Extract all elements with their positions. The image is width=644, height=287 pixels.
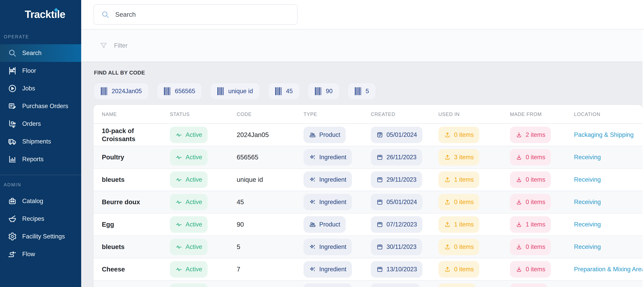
location-link[interactable]: Receiving <box>574 221 642 228</box>
upload-tray-icon <box>444 198 451 206</box>
barcode-icon <box>355 87 362 95</box>
sidebar-item-catalog[interactable]: Catalog <box>0 192 81 210</box>
made-from-badge: 1 items <box>510 216 551 233</box>
table-row[interactable]: petit beurre vanille Active Ingredient <box>94 281 642 287</box>
status-badge: Active <box>170 149 208 166</box>
sidebar-item-orders[interactable]: Orders <box>0 115 81 133</box>
sidebar-item-shipments[interactable]: Shipments <box>0 133 81 150</box>
shelf-rack-icon <box>8 66 17 75</box>
made-from-badge: 0 items <box>510 239 551 255</box>
table-row[interactable]: bleuets Active 5 Ingredient 30/11/2023 0… <box>94 236 642 258</box>
sidebar-item-facility-settings[interactable]: Facility Settings <box>0 228 81 245</box>
calendar-check-icon <box>376 131 383 138</box>
calendar-icon <box>376 176 383 183</box>
sidebar-divider <box>0 175 81 175</box>
upload-tray-icon <box>444 243 451 250</box>
item-name: Cheese <box>102 263 170 275</box>
pulse-icon <box>175 266 182 273</box>
table-row[interactable]: Poultry Active 656565 Ingredient 26/11/2… <box>94 146 642 169</box>
sidebar-item-reports[interactable]: Reports <box>0 150 81 168</box>
made-from-badge <box>510 284 547 287</box>
item-code: 656565 <box>237 154 304 161</box>
sparkles-icon <box>309 176 316 183</box>
type-badge: Ingredient <box>304 194 352 210</box>
code-chip[interactable]: 5 <box>348 82 376 100</box>
table-row[interactable]: Egg Active 90 Product 07/12/2023 1 items… <box>94 214 642 236</box>
type-badge: Ingredient <box>304 239 352 255</box>
status-badge: Active <box>170 172 208 188</box>
location-link[interactable]: Packaging & Shipping <box>574 131 642 138</box>
funnel-icon <box>100 42 108 50</box>
column-header-type: Type <box>304 112 371 117</box>
status-badge: Active <box>170 284 208 287</box>
item-code: 90 <box>237 221 304 228</box>
column-header-made-from: Made from <box>510 112 574 117</box>
top-header <box>81 0 644 30</box>
sidebar-item-purchase-orders[interactable]: Purchase Orders <box>0 97 81 115</box>
location-link[interactable]: Preparation & Mixing Area <box>574 266 642 273</box>
pulse-icon <box>175 131 182 138</box>
location-link[interactable]: Receiving <box>574 154 642 161</box>
code-chip[interactable]: unique id <box>210 82 260 100</box>
download-tray-icon <box>516 176 522 183</box>
table-row[interactable]: bleuets Active unique id Ingredient 29/1… <box>94 169 642 191</box>
table-row[interactable]: 10-pack of Croissants Active 2024Jan05 P… <box>94 124 642 146</box>
used-in-badge: 0 items <box>438 126 479 143</box>
pulse-icon <box>175 198 182 206</box>
pulse-icon <box>175 154 182 161</box>
search-input[interactable] <box>115 11 290 18</box>
code-chip[interactable]: 2024Jan05 <box>94 82 149 100</box>
find-all-by-code-section: FIND ALL BY CODE 2024Jan05 656565 unique… <box>81 62 644 287</box>
item-code: 2024Jan05 <box>237 131 304 138</box>
created-badge: 07/12/2023 <box>371 216 422 233</box>
sparkles-icon <box>309 198 316 206</box>
invoice-pen-icon <box>8 102 17 111</box>
barcode-icon <box>164 87 171 95</box>
type-badge: Product <box>304 216 346 233</box>
type-badge: Ingredient <box>304 149 352 166</box>
code-chip[interactable]: 45 <box>268 82 300 100</box>
download-tray-icon <box>516 198 522 206</box>
sidebar-item-flow[interactable]: Flow <box>0 245 81 263</box>
item-code: unique id <box>237 176 304 184</box>
calendar-icon <box>376 154 383 161</box>
calendar-icon <box>376 243 383 250</box>
table-row[interactable]: Cheese Active 7 Ingredient 13/10/2023 0 … <box>94 258 642 281</box>
global-search-box[interactable] <box>94 4 298 25</box>
sidebar-item-recipes[interactable]: Recipes <box>0 210 81 228</box>
item-name: bleuets <box>102 174 170 186</box>
column-header-status: Status <box>170 112 237 117</box>
truck-icon <box>8 137 17 146</box>
code-chip-list: 2024Jan05 656565 unique id 45 90 5 <box>94 82 642 100</box>
download-tray-icon <box>516 266 522 273</box>
sidebar-item-jobs[interactable]: Jobs <box>0 80 81 97</box>
brand-logo[interactable]: Tracktile <box>3 5 81 23</box>
section-title: FIND ALL BY CODE <box>94 70 642 76</box>
code-chip[interactable]: 90 <box>308 82 340 100</box>
location-link[interactable]: Receiving <box>574 176 642 183</box>
made-from-badge: 2 items <box>510 126 551 143</box>
sidebar-item-search[interactable]: Search <box>0 44 81 62</box>
table-row[interactable]: Beurre doux Active 45 Ingredient 05/01/2… <box>94 191 642 214</box>
filter-bar[interactable]: Filter <box>81 30 644 62</box>
sidebar-item-floor[interactable]: Floor <box>0 62 81 80</box>
location-link[interactable]: Receiving <box>574 243 642 250</box>
column-header-created: Created <box>371 112 438 117</box>
location-link[interactable]: Receiving <box>574 198 642 206</box>
pulse-icon <box>175 176 182 183</box>
flow-path-icon <box>8 250 17 259</box>
item-name: Beurre doux <box>102 196 170 208</box>
code-chip[interactable]: 656565 <box>157 82 202 100</box>
created-badge: 30/11/2023 <box>371 239 422 255</box>
results-table-card: Name Status Code Type Created Used in Ma… <box>94 105 642 287</box>
used-in-badge <box>438 284 476 287</box>
search-icon <box>8 48 17 58</box>
sidebar: Tracktile Operate Search Floor Jobs Purc… <box>0 0 81 287</box>
used-in-badge: 0 items <box>438 261 479 278</box>
tracktile-diamonds-icon <box>3 6 24 23</box>
barcode-icon <box>315 87 322 95</box>
column-header-code: Code <box>237 112 304 117</box>
created-badge: 29/11/2023 <box>371 172 422 188</box>
made-from-badge: 0 items <box>510 172 551 188</box>
main-content: Filter FIND ALL BY CODE 2024Jan05 656565… <box>81 0 644 287</box>
